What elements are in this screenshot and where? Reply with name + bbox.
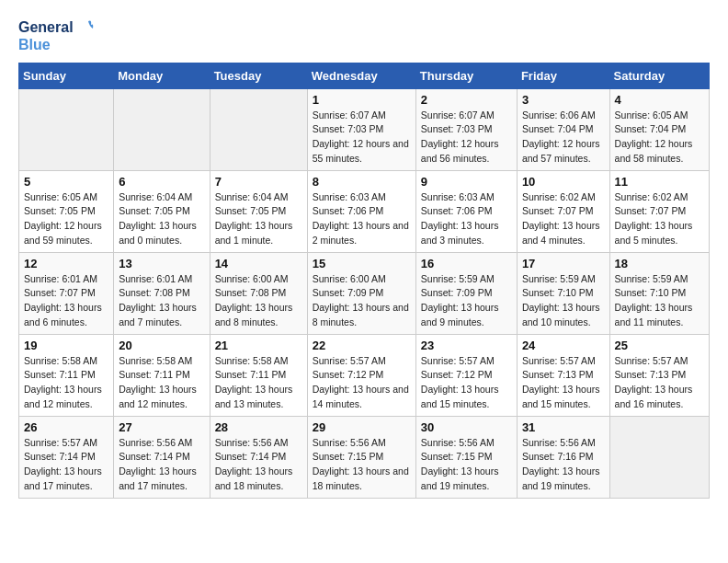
day-info: Sunrise: 5:56 AMSunset: 7:15 PMDaylight:…: [421, 436, 512, 494]
day-number: 14: [215, 257, 302, 270]
day-number: 1: [313, 93, 411, 107]
day-number: 12: [24, 257, 108, 270]
day-number: 16: [421, 257, 512, 270]
day-info: Sunrise: 6:05 AMSunset: 7:05 PMDaylight:…: [24, 190, 108, 248]
day-number: 11: [615, 175, 704, 189]
day-info: Sunrise: 6:06 AMSunset: 7:04 PMDaylight:…: [522, 109, 605, 167]
day-cell: 24Sunrise: 5:57 AMSunset: 7:13 PMDayligh…: [517, 334, 609, 416]
day-cell: 11Sunrise: 6:02 AMSunset: 7:07 PMDayligh…: [609, 170, 709, 252]
day-info: Sunrise: 5:57 AMSunset: 7:14 PMDaylight:…: [24, 436, 108, 494]
day-cell: 17Sunrise: 5:59 AMSunset: 7:10 PMDayligh…: [517, 252, 609, 334]
day-info: Sunrise: 5:57 AMSunset: 7:13 PMDaylight:…: [615, 354, 704, 412]
day-info: Sunrise: 5:59 AMSunset: 7:09 PMDaylight:…: [421, 272, 512, 330]
logo-general: General: [18, 19, 74, 36]
day-number: 15: [313, 257, 411, 270]
col-header-saturday: Saturday: [609, 63, 709, 88]
col-header-wednesday: Wednesday: [307, 63, 415, 88]
day-info: Sunrise: 6:02 AMSunset: 7:07 PMDaylight:…: [522, 190, 605, 248]
day-number: 18: [615, 257, 704, 270]
day-cell: 20Sunrise: 5:58 AMSunset: 7:11 PMDayligh…: [114, 334, 210, 416]
day-number: 17: [522, 257, 605, 270]
logo-bird-icon: [75, 18, 94, 37]
day-info: Sunrise: 6:04 AMSunset: 7:05 PMDaylight:…: [119, 190, 204, 248]
day-number: 23: [421, 339, 512, 352]
page-header: General Blue: [18, 18, 710, 53]
day-info: Sunrise: 5:57 AMSunset: 7:12 PMDaylight:…: [313, 354, 411, 412]
day-cell: 7Sunrise: 6:04 AMSunset: 7:05 PMDaylight…: [210, 170, 307, 252]
day-cell: 5Sunrise: 6:05 AMSunset: 7:05 PMDaylight…: [19, 170, 114, 252]
day-cell: 28Sunrise: 5:56 AMSunset: 7:14 PMDayligh…: [210, 416, 307, 498]
day-number: 22: [313, 339, 411, 352]
day-cell: 4Sunrise: 6:05 AMSunset: 7:04 PMDaylight…: [609, 88, 709, 170]
day-number: 28: [215, 420, 302, 434]
day-number: 24: [522, 339, 605, 352]
day-cell: 9Sunrise: 6:03 AMSunset: 7:06 PMDaylight…: [415, 170, 517, 252]
day-info: Sunrise: 5:57 AMSunset: 7:12 PMDaylight:…: [421, 354, 512, 412]
day-cell: 16Sunrise: 5:59 AMSunset: 7:09 PMDayligh…: [415, 252, 517, 334]
col-header-friday: Friday: [517, 63, 609, 88]
day-number: 10: [522, 175, 605, 189]
day-info: Sunrise: 5:59 AMSunset: 7:10 PMDaylight:…: [615, 272, 704, 330]
day-info: Sunrise: 5:57 AMSunset: 7:13 PMDaylight:…: [522, 354, 605, 412]
calendar-table: SundayMondayTuesdayWednesdayThursdayFrid…: [18, 63, 710, 499]
day-number: 3: [522, 93, 605, 107]
day-number: 27: [119, 420, 204, 434]
day-number: 9: [421, 175, 512, 189]
logo: General Blue: [18, 18, 94, 53]
day-cell: 27Sunrise: 5:56 AMSunset: 7:14 PMDayligh…: [114, 416, 210, 498]
day-cell: 19Sunrise: 5:58 AMSunset: 7:11 PMDayligh…: [19, 334, 114, 416]
day-cell: 8Sunrise: 6:03 AMSunset: 7:06 PMDaylight…: [307, 170, 415, 252]
day-cell: 31Sunrise: 5:56 AMSunset: 7:16 PMDayligh…: [517, 416, 609, 498]
day-info: Sunrise: 6:01 AMSunset: 7:08 PMDaylight:…: [119, 272, 204, 330]
week-row-4: 19Sunrise: 5:58 AMSunset: 7:11 PMDayligh…: [19, 334, 710, 416]
day-number: 8: [313, 175, 411, 189]
week-row-5: 26Sunrise: 5:57 AMSunset: 7:14 PMDayligh…: [19, 416, 710, 498]
day-info: Sunrise: 5:56 AMSunset: 7:16 PMDaylight:…: [522, 436, 605, 494]
day-cell: 25Sunrise: 5:57 AMSunset: 7:13 PMDayligh…: [609, 334, 709, 416]
col-header-tuesday: Tuesday: [210, 63, 307, 88]
day-number: 20: [119, 339, 204, 352]
day-info: Sunrise: 5:56 AMSunset: 7:14 PMDaylight:…: [119, 436, 204, 494]
day-cell: [19, 88, 114, 170]
logo-graphic: General Blue: [18, 18, 94, 53]
day-cell: 18Sunrise: 5:59 AMSunset: 7:10 PMDayligh…: [609, 252, 709, 334]
day-info: Sunrise: 5:58 AMSunset: 7:11 PMDaylight:…: [215, 354, 302, 412]
day-cell: [210, 88, 307, 170]
day-number: 2: [421, 93, 512, 107]
day-info: Sunrise: 6:03 AMSunset: 7:06 PMDaylight:…: [421, 190, 512, 248]
day-cell: 12Sunrise: 6:01 AMSunset: 7:07 PMDayligh…: [19, 252, 114, 334]
day-cell: 1Sunrise: 6:07 AMSunset: 7:03 PMDaylight…: [307, 88, 415, 170]
day-cell: 13Sunrise: 6:01 AMSunset: 7:08 PMDayligh…: [114, 252, 210, 334]
day-cell: [609, 416, 709, 498]
logo-blue: Blue: [18, 37, 51, 53]
day-info: Sunrise: 6:07 AMSunset: 7:03 PMDaylight:…: [313, 109, 411, 167]
day-info: Sunrise: 5:56 AMSunset: 7:14 PMDaylight:…: [215, 436, 302, 494]
day-info: Sunrise: 5:58 AMSunset: 7:11 PMDaylight:…: [119, 354, 204, 412]
day-cell: 14Sunrise: 6:00 AMSunset: 7:08 PMDayligh…: [210, 252, 307, 334]
day-number: 5: [24, 175, 108, 189]
day-info: Sunrise: 6:00 AMSunset: 7:09 PMDaylight:…: [313, 272, 411, 330]
day-info: Sunrise: 6:01 AMSunset: 7:07 PMDaylight:…: [24, 272, 108, 330]
day-number: 21: [215, 339, 302, 352]
day-cell: 2Sunrise: 6:07 AMSunset: 7:03 PMDaylight…: [415, 88, 517, 170]
day-number: 26: [24, 420, 108, 434]
day-cell: 23Sunrise: 5:57 AMSunset: 7:12 PMDayligh…: [415, 334, 517, 416]
day-number: 30: [421, 420, 512, 434]
day-number: 29: [313, 420, 411, 434]
day-number: 25: [615, 339, 704, 352]
day-cell: 6Sunrise: 6:04 AMSunset: 7:05 PMDaylight…: [114, 170, 210, 252]
day-info: Sunrise: 6:05 AMSunset: 7:04 PMDaylight:…: [615, 109, 704, 167]
day-info: Sunrise: 6:03 AMSunset: 7:06 PMDaylight:…: [313, 190, 411, 248]
week-row-2: 5Sunrise: 6:05 AMSunset: 7:05 PMDaylight…: [19, 170, 710, 252]
day-cell: [114, 88, 210, 170]
day-info: Sunrise: 5:58 AMSunset: 7:11 PMDaylight:…: [24, 354, 108, 412]
day-cell: 26Sunrise: 5:57 AMSunset: 7:14 PMDayligh…: [19, 416, 114, 498]
day-cell: 3Sunrise: 6:06 AMSunset: 7:04 PMDaylight…: [517, 88, 609, 170]
header-row: SundayMondayTuesdayWednesdayThursdayFrid…: [19, 63, 710, 88]
day-cell: 10Sunrise: 6:02 AMSunset: 7:07 PMDayligh…: [517, 170, 609, 252]
day-info: Sunrise: 6:02 AMSunset: 7:07 PMDaylight:…: [615, 190, 704, 248]
day-number: 19: [24, 339, 108, 352]
day-cell: 21Sunrise: 5:58 AMSunset: 7:11 PMDayligh…: [210, 334, 307, 416]
day-cell: 29Sunrise: 5:56 AMSunset: 7:15 PMDayligh…: [307, 416, 415, 498]
col-header-thursday: Thursday: [415, 63, 517, 88]
